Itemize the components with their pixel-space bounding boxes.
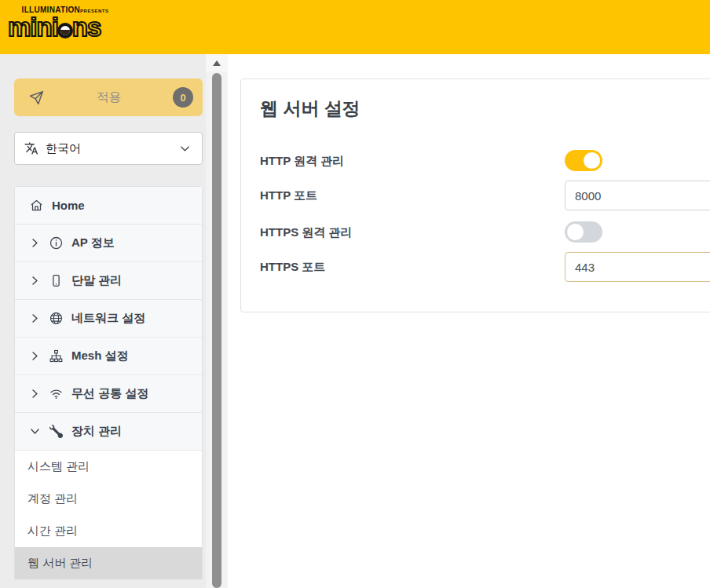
chevron-right-icon — [30, 389, 40, 399]
language-selector[interactable]: 한국어 — [14, 132, 203, 165]
https-port-input[interactable] — [565, 252, 710, 282]
sidebar-item-label: Home — [52, 199, 85, 212]
sidebar-item-label: 단말 관리 — [71, 273, 122, 288]
app-header: ILLUMINATIONPRESENTS minins — [0, 0, 710, 54]
submenu-item-web-server-mgmt[interactable]: 웹 서버 관리 — [15, 547, 202, 579]
submenu-item-label: 웹 서버 관리 — [27, 556, 93, 571]
sidebar-item-label: 장치 관리 — [71, 424, 122, 439]
apply-button[interactable]: 적용 0 — [14, 79, 203, 116]
globe-icon — [49, 312, 63, 325]
toggle-knob — [584, 152, 600, 169]
sidebar-item-home[interactable]: Home — [15, 187, 202, 225]
sidebar-item-network-settings[interactable]: 네트워크 설정 — [15, 300, 202, 338]
submenu-item-system-mgmt[interactable]: 시스템 관리 — [15, 451, 202, 483]
submenu-item-time-mgmt[interactable]: 시간 관리 — [15, 515, 202, 547]
info-icon — [49, 236, 63, 250]
page-title: 웹 서버 설정 — [260, 97, 360, 121]
sidebar-scrollbar[interactable] — [206, 54, 228, 588]
up-arrow-icon — [213, 60, 221, 66]
sidebar-item-equipment-mgmt[interactable]: 장치 관리 — [15, 413, 202, 451]
https-remote-label: HTTPS 원격 관리 — [260, 221, 558, 243]
submenu-item-label: 시스템 관리 — [27, 459, 90, 474]
main-content: 웹 서버 설정 HTTP 원격 관리 HTTP 포트 HTTPS 원격 관리 H… — [228, 54, 710, 588]
scrollbar-thumb[interactable] — [212, 73, 221, 588]
home-icon — [30, 199, 43, 212]
translate-icon — [24, 141, 38, 155]
web-server-settings-card: 웹 서버 설정 HTTP 원격 관리 HTTP 포트 HTTPS 원격 관리 H… — [240, 79, 710, 312]
https-remote-toggle[interactable] — [565, 221, 602, 243]
chevron-right-icon — [30, 351, 40, 361]
sidebar: 적용 0 한국어 Home AP 정보 — [0, 54, 206, 588]
scrollbar-up-button[interactable] — [206, 54, 228, 71]
send-icon — [28, 89, 45, 106]
http-remote-toggle[interactable] — [565, 150, 602, 171]
sidebar-menu: Home AP 정보 단말 관리 — [14, 186, 203, 579]
mesh-icon — [49, 349, 63, 363]
submenu-item-label: 계정 관리 — [27, 491, 78, 506]
sidebar-item-label: 네트워크 설정 — [71, 311, 145, 326]
toggle-knob — [567, 224, 584, 240]
sidebar-item-mesh-settings[interactable]: Mesh 설정 — [15, 338, 202, 375]
wifi-icon — [49, 387, 63, 400]
http-remote-label: HTTP 원격 관리 — [260, 150, 558, 171]
chevron-down-icon — [179, 143, 191, 155]
sidebar-item-label: AP 정보 — [71, 236, 115, 250]
sidebar-item-ap-info[interactable]: AP 정보 — [15, 225, 202, 262]
sidebar-item-label: Mesh 설정 — [71, 349, 129, 363]
chevron-right-icon — [30, 276, 40, 286]
submenu-item-label: 시간 관리 — [27, 524, 78, 539]
minions-logo: ILLUMINATIONPRESENTS minins — [8, 5, 118, 41]
submenu-item-account-mgmt[interactable]: 계정 관리 — [15, 483, 202, 515]
https-port-label: HTTPS 포트 — [260, 252, 558, 282]
language-value: 한국어 — [38, 141, 179, 156]
equipment-submenu: 시스템 관리 계정 관리 시간 관리 웹 서버 관리 — [15, 451, 202, 579]
sidebar-item-wireless-common[interactable]: 무선 공통 설정 — [15, 375, 202, 413]
chevron-right-icon — [30, 313, 40, 323]
sidebar-item-device-mgmt[interactable]: 단말 관리 — [15, 262, 202, 300]
logo-wordmark: minins — [8, 14, 118, 41]
minion-goggle-icon — [57, 23, 73, 38]
sidebar-item-label: 무선 공통 설정 — [71, 386, 148, 401]
http-port-input[interactable] — [565, 181, 710, 210]
apply-count-badge: 0 — [173, 87, 193, 108]
chevron-down-icon — [30, 426, 40, 436]
wrench-icon — [49, 425, 63, 438]
device-icon — [49, 274, 63, 287]
apply-button-label: 적용 — [45, 89, 173, 106]
chevron-right-icon — [30, 238, 40, 248]
http-port-label: HTTP 포트 — [260, 181, 558, 210]
